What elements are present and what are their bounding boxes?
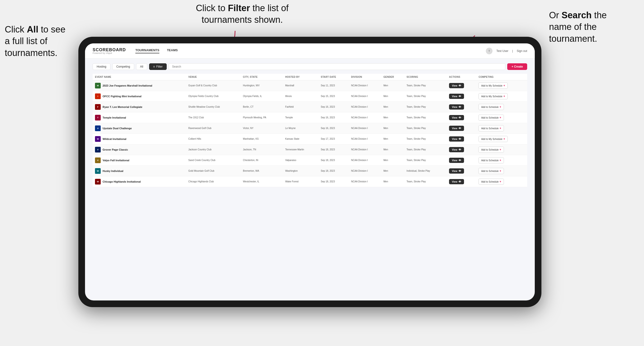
cell-scoring: Team, Stroke Play xyxy=(404,176,447,187)
add-to-schedule-button[interactable]: Add to Schedule + xyxy=(478,157,504,164)
view-button[interactable]: View 👁 xyxy=(449,168,464,173)
add-schedule-label: Add to Schedule xyxy=(481,170,498,173)
view-button[interactable]: View 👁 xyxy=(449,126,464,131)
eye-icon: 👁 xyxy=(458,106,461,108)
cell-venue: Jackson Country Club xyxy=(186,145,240,155)
col-actions: ACTIONS xyxy=(447,74,476,80)
plus-icon: + xyxy=(500,180,501,183)
signout-link[interactable]: Sign out xyxy=(517,49,527,53)
view-button[interactable]: View 👁 xyxy=(449,158,464,163)
add-to-schedule-button[interactable]: Add to Schedule + xyxy=(478,115,504,121)
view-label: View xyxy=(452,127,457,130)
cell-scoring: Team, Stroke Play xyxy=(404,112,447,123)
cell-venue: The 1912 Club xyxy=(186,112,240,123)
search-input[interactable] xyxy=(168,63,506,70)
add-to-schedule-button[interactable]: Add to Schedule + xyxy=(478,178,504,185)
cell-division: NCAA Division I xyxy=(348,102,381,112)
team-logo: F xyxy=(95,104,101,110)
add-to-schedule-button[interactable]: Add to Schedule + xyxy=(478,147,504,153)
logo-area: SCOREBOARD Powered by clippd xyxy=(92,48,126,54)
eye-icon: 👁 xyxy=(458,170,461,173)
cell-event-name: I OFCC Fighting Illini Invitational xyxy=(92,91,186,102)
plus-icon: + xyxy=(504,95,505,98)
team-logo: M xyxy=(95,83,101,88)
view-button[interactable]: View 👁 xyxy=(449,136,464,142)
cell-scoring: Team, Stroke Play xyxy=(404,134,447,145)
cell-competing: Add to Schedule + xyxy=(476,155,527,166)
cell-division: NCAA Division I xyxy=(348,176,381,187)
col-gender: GENDER xyxy=(381,74,404,80)
add-schedule-label: Add to Schedule xyxy=(481,116,498,119)
cell-scoring: Individual, Stroke Play xyxy=(404,166,447,176)
nav-right: T Test User | Sign out xyxy=(486,48,527,54)
cell-division: NCAA Division I xyxy=(348,91,381,102)
cell-start-date: Sep 18, 2023 xyxy=(318,155,349,166)
view-button[interactable]: View 👁 xyxy=(449,147,464,152)
cell-event-name: W Husky Individual xyxy=(92,166,186,176)
col-event-name: EVENT NAME xyxy=(92,74,186,80)
cell-hosted-by: Le Moyne xyxy=(283,123,318,134)
nav-tournaments[interactable]: TOURNAMENTS xyxy=(135,48,159,53)
tab-all[interactable]: All xyxy=(136,63,147,70)
tablet-frame: SCOREBOARD Powered by clippd TOURNAMENTS… xyxy=(78,37,542,307)
col-city-state: CITY, STATE xyxy=(240,74,283,80)
col-venue: VENUE xyxy=(186,74,240,80)
add-to-schedule-button[interactable]: Add to Schedule + xyxy=(478,125,504,131)
cell-competing: Add to Schedule + xyxy=(476,102,527,112)
table-row: I OFCC Fighting Illini Invitational Olym… xyxy=(92,91,527,102)
add-to-schedule-button[interactable]: Add to My Schedule + xyxy=(478,93,508,99)
cell-competing: Add to Schedule + xyxy=(476,145,527,155)
annotation-center: Click to Filter the list of tournaments … xyxy=(185,2,299,26)
table-row: F Ryan T. Lee Memorial Collegiate Shuttl… xyxy=(92,102,527,112)
cell-gender: Men xyxy=(381,123,404,134)
view-button[interactable]: View 👁 xyxy=(449,83,464,88)
cell-venue: Shuttle Meadow Country Club xyxy=(186,102,240,112)
view-label: View xyxy=(452,95,457,98)
view-button[interactable]: View 👁 xyxy=(449,94,464,99)
cell-city-state: Manhattan, KS xyxy=(240,134,283,145)
table-row: W Wildcat Invitational Colbert Hills Man… xyxy=(92,134,527,145)
cell-venue: Gold Mountain Golf Club xyxy=(186,166,240,176)
view-label: View xyxy=(452,116,457,119)
cell-venue: Sand Creek Country Club xyxy=(186,155,240,166)
cell-competing: Add to My Schedule + xyxy=(476,134,527,145)
event-name-text: Temple Invitational xyxy=(102,116,126,119)
add-to-schedule-button[interactable]: Add to Schedule + xyxy=(478,104,504,110)
cell-event-name: T Temple Invitational xyxy=(92,112,186,123)
event-name-text: 2023 Joe Feaganes Marshall Invitational xyxy=(102,84,152,87)
add-to-schedule-button[interactable]: Add to My Schedule + xyxy=(478,136,508,142)
logo-text: SCOREBOARD xyxy=(92,48,126,52)
add-schedule-label: Add to Schedule xyxy=(481,180,498,183)
add-to-schedule-button[interactable]: Add to Schedule + xyxy=(478,168,504,174)
plus-icon: + xyxy=(500,169,501,173)
view-button[interactable]: View 👁 xyxy=(449,179,464,184)
cell-city-state: Huntington, WV xyxy=(240,80,283,91)
add-schedule-label: Add to My Schedule xyxy=(481,95,502,98)
event-name-text: Chicago Highlands Invitational xyxy=(102,180,141,183)
table-row: V Grover Page Classic Jackson Country Cl… xyxy=(92,145,527,155)
tab-competing[interactable]: Competing xyxy=(112,63,134,70)
table-row: W Husky Individual Gold Mountain Golf Cl… xyxy=(92,166,527,176)
cell-division: NCAA Division I xyxy=(348,80,381,91)
filter-button[interactable]: ≡ Filter xyxy=(149,63,167,70)
cell-hosted-by: Washington xyxy=(283,166,318,176)
tab-hosting[interactable]: Hosting xyxy=(92,63,110,70)
event-name-text: Wildcat Invitational xyxy=(102,138,126,140)
create-button[interactable]: + Create xyxy=(507,63,527,70)
add-to-schedule-button[interactable]: Add to My Schedule + xyxy=(478,83,508,89)
cell-division: NCAA Division I xyxy=(348,123,381,134)
team-logo: V xyxy=(95,147,101,153)
cell-actions: View 👁 xyxy=(447,145,476,155)
view-button[interactable]: View 👁 xyxy=(449,104,464,110)
view-label: View xyxy=(452,159,457,162)
view-button[interactable]: View 👁 xyxy=(449,115,464,120)
cell-event-name: F Ryan T. Lee Memorial Collegiate xyxy=(92,102,186,112)
team-logo: W xyxy=(95,179,101,184)
cell-scoring: Team, Stroke Play xyxy=(404,123,447,134)
cell-start-date: Sep 15, 2023 xyxy=(318,91,349,102)
nav-teams[interactable]: TEAMS xyxy=(167,48,178,53)
nav-links: TOURNAMENTS TEAMS xyxy=(135,48,486,53)
event-name-text: OFCC Fighting Illini Invitational xyxy=(102,95,142,98)
cell-venue: Chicago Highlands Club xyxy=(186,176,240,187)
add-schedule-label: Add to My Schedule xyxy=(481,138,502,140)
